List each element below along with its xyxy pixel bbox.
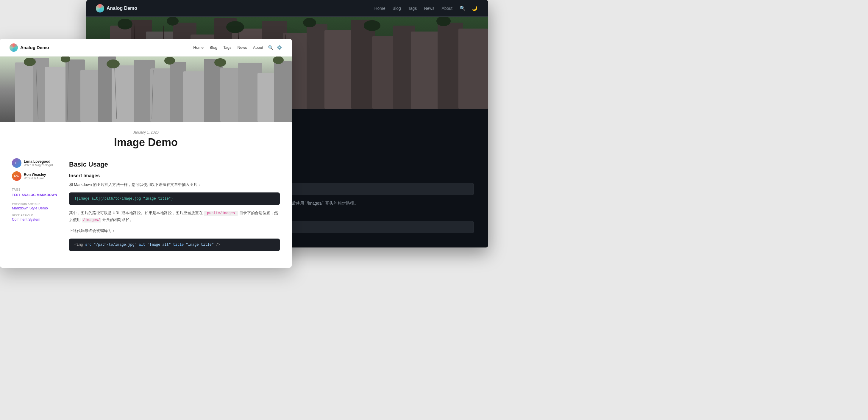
svg-point-24 xyxy=(226,21,244,33)
svg-rect-29 xyxy=(15,62,36,122)
dark-logo[interactable]: Analog Demo xyxy=(96,4,137,12)
light-nav-news[interactable]: News xyxy=(238,45,247,50)
article-body: LL Luna Lovegood Witch & Magizoologist R… xyxy=(12,158,280,256)
author-1-role: Witch & Magizoologist xyxy=(24,164,53,167)
dark-nav-tags[interactable]: Tags xyxy=(408,6,417,11)
light-logo-text: Analog Demo xyxy=(20,45,49,50)
light-logo[interactable]: Analog Demo xyxy=(9,43,49,52)
svg-point-22 xyxy=(118,19,132,29)
dark-nav-news[interactable]: News xyxy=(424,6,434,11)
light-nav-home[interactable]: Home xyxy=(193,45,204,50)
author-1-name: Luna Lovegood xyxy=(24,159,53,164)
basic-usage-heading: Basic Usage xyxy=(69,161,280,168)
light-article-date: January 1, 2020 xyxy=(12,130,280,134)
light-search-button[interactable]: 🔍 xyxy=(268,45,274,50)
inline-code-1: `public/images` xyxy=(204,211,238,216)
next-label: NEXT ARTICLE xyxy=(12,214,60,217)
code-block-2: <img src="/path/to/image.jpg" alt="Image… xyxy=(69,238,280,251)
author-2-role: Wizard & Auror xyxy=(24,177,46,180)
prev-next-nav: PREVIOUS ARTICLE Markdown Style Demo NEX… xyxy=(12,202,60,222)
svg-point-23 xyxy=(167,17,179,26)
light-theme-button[interactable]: ⚙️ xyxy=(277,45,282,50)
svg-rect-12 xyxy=(351,20,375,109)
author-2: RW Ron Weasley Wizard & Auror xyxy=(12,171,60,181)
body-paragraph: 其中，图片的路径可以是 URL 或本地路径。如果是本地路径，图片应当放置在 `p… xyxy=(69,210,280,223)
insert-images-heading: Insert Images xyxy=(69,173,280,179)
svg-point-26 xyxy=(364,20,380,31)
tag-test[interactable]: TEST xyxy=(12,193,20,197)
dark-theme-button[interactable]: 🌙 xyxy=(470,4,479,12)
dark-nav-blog[interactable]: Blog xyxy=(393,6,401,11)
dark-nav-home[interactable]: Home xyxy=(374,6,385,11)
svg-point-54 xyxy=(273,57,284,64)
light-nav-links: Home Blog Tags News About xyxy=(193,45,263,50)
tag-analog[interactable]: ANALOG xyxy=(22,193,36,197)
dark-logo-icon xyxy=(96,4,104,12)
intro-paragraph: 和 Markdown 的图片插入方法一样，您可以使用以下语法在文章中插入图片： xyxy=(69,182,280,188)
tag-links: TEST ANALOG MARKDOWN xyxy=(12,193,60,197)
light-nav-about[interactable]: About xyxy=(253,45,263,50)
article-sidebar: LL Luna Lovegood Witch & Magizoologist R… xyxy=(12,158,60,256)
authors-list: LL Luna Lovegood Witch & Magizoologist R… xyxy=(12,158,60,181)
svg-point-49 xyxy=(24,58,36,66)
svg-rect-10 xyxy=(307,24,328,109)
author-1: LL Luna Lovegood Witch & Magizoologist xyxy=(12,158,60,168)
light-article-content: January 1, 2020 Image Demo LL Luna Loveg… xyxy=(0,130,292,268)
next-article-link[interactable]: Comment System xyxy=(12,218,60,222)
main-article: Basic Usage Insert Images 和 Markdown 的图片… xyxy=(69,158,280,256)
svg-rect-17 xyxy=(458,29,488,109)
svg-point-52 xyxy=(164,57,175,65)
dark-logo-text: Analog Demo xyxy=(106,6,137,11)
inline-code-2: /images/ xyxy=(82,218,101,223)
svg-rect-44 xyxy=(274,61,292,122)
avatar-luna: LL xyxy=(12,158,22,168)
light-nav-icons: 🔍 ⚙️ xyxy=(268,45,282,50)
dark-navbar: Analog Demo Home Blog Tags News About 🔍 … xyxy=(86,0,488,17)
light-article-title: Image Demo xyxy=(12,136,280,149)
tags-label: TAGS xyxy=(12,188,60,191)
author-2-name: Ron Weasley xyxy=(24,172,46,177)
light-nav-blog[interactable]: Blog xyxy=(210,45,217,50)
avatar-ron: RW xyxy=(12,171,22,181)
tags-section: TAGS TEST ANALOG MARKDOWN xyxy=(12,188,60,197)
light-navbar: Analog Demo Home Blog Tags News About 🔍 … xyxy=(0,39,292,57)
dark-nav-links: Home Blog Tags News About xyxy=(374,6,453,11)
code-block-1: ![Image alt](/path/to/image.jpg "Image t… xyxy=(69,192,280,205)
light-browser-window: Analog Demo Home Blog Tags News About 🔍 … xyxy=(0,39,292,268)
author-2-info: Ron Weasley Wizard & Auror xyxy=(24,172,46,180)
prev-label: PREVIOUS ARTICLE xyxy=(12,202,60,205)
svg-rect-41 xyxy=(220,68,241,122)
light-logo-icon xyxy=(9,43,18,52)
light-nav-tags[interactable]: Tags xyxy=(223,45,231,50)
compile-intro: 上述代码最终会被编译为： xyxy=(69,228,280,234)
tag-markdown[interactable]: MARKDOWN xyxy=(37,193,57,197)
svg-point-25 xyxy=(303,18,316,27)
light-hero-image xyxy=(0,57,292,122)
svg-point-51 xyxy=(106,60,120,68)
dark-nav-about[interactable]: About xyxy=(441,6,453,11)
dark-nav-icons: 🔍 🌙 xyxy=(458,4,479,12)
prev-article-link[interactable]: Markdown Style Demo xyxy=(12,206,60,210)
dark-search-button[interactable]: 🔍 xyxy=(458,4,467,12)
author-1-info: Luna Lovegood Witch & Magizoologist xyxy=(24,159,53,167)
svg-point-53 xyxy=(214,58,226,67)
